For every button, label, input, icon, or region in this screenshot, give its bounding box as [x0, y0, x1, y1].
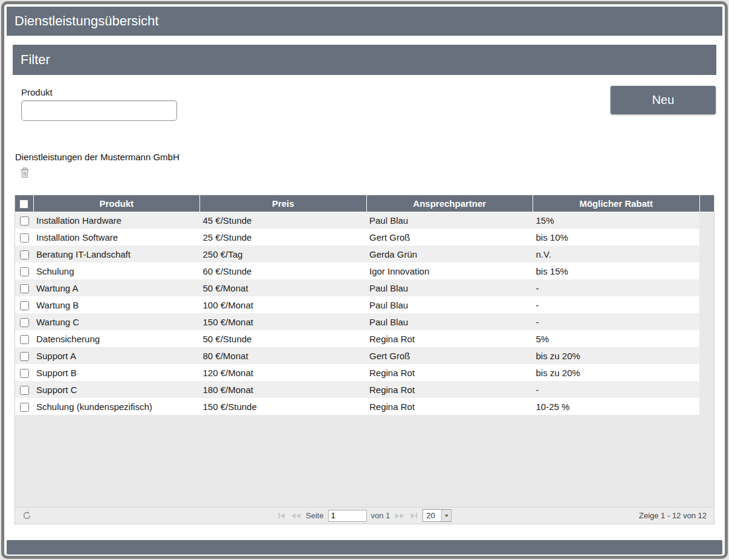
services-grid: Produkt Preis Ansprechpartner Möglicher …: [15, 195, 714, 524]
ansprechpartner-cell: Gert Groß: [366, 229, 533, 246]
rabatt-cell: bis zu 20%: [533, 347, 700, 364]
page-title: Dienstleistungsübersicht: [7, 7, 722, 36]
row-filler: [699, 229, 714, 246]
first-page-icon: [279, 513, 280, 518]
column-header-rabatt[interactable]: Möglicher Rabatt: [533, 195, 700, 212]
pager-controls: Seite von 1 20: [277, 507, 452, 524]
row-filler: [699, 398, 714, 415]
rabatt-cell: -: [533, 313, 700, 330]
previous-page-icon: [291, 513, 296, 518]
page-number-input[interactable]: [328, 510, 366, 522]
row-filler: [699, 279, 714, 296]
delete-button[interactable]: [19, 167, 31, 178]
row-checkbox-cell: [15, 262, 33, 279]
table-row: Installation Hardware45 €/StundePaul Bla…: [15, 212, 714, 229]
row-filler: [699, 262, 714, 279]
refresh-button[interactable]: [21, 511, 32, 521]
row-filler: [699, 296, 714, 313]
ansprechpartner-cell: Gert Groß: [366, 347, 533, 364]
row-filler: [699, 364, 714, 381]
produkt-cell: Support C: [33, 381, 200, 398]
ansprechpartner-cell: Paul Blau: [366, 212, 533, 229]
column-header-ansprechpartner[interactable]: Ansprechpartner: [366, 195, 533, 212]
preis-cell: 80 €/Monat: [200, 347, 367, 364]
rabatt-cell: -: [533, 296, 700, 313]
page-size-select[interactable]: 20: [423, 509, 452, 522]
total-pages-label: von 1: [371, 511, 390, 520]
table-row: Support B120 €/MonatRegina Rotbis zu 20%: [15, 364, 714, 381]
row-checkbox[interactable]: [20, 301, 29, 310]
produkt-cell: Wartung C: [33, 313, 200, 330]
preis-cell: 250 €/Tag: [200, 246, 367, 262]
grid-empty-area: [15, 415, 714, 507]
produkt-cell: Wartung B: [33, 296, 200, 313]
produkt-cell: Schulung (kundenspezifisch): [33, 398, 200, 415]
chevron-down-icon: [441, 510, 451, 521]
table-row: Schulung (kundenspezifisch)150 €/StundeR…: [15, 398, 714, 415]
ansprechpartner-cell: Gerda Grün: [366, 246, 533, 262]
produkt-cell: Beratung IT-Landschaft: [33, 246, 200, 262]
row-checkbox[interactable]: [20, 403, 29, 412]
preis-cell: 120 €/Monat: [200, 364, 367, 381]
row-filler: [699, 330, 714, 347]
neu-button[interactable]: Neu: [611, 86, 716, 114]
last-page-button[interactable]: [410, 512, 418, 519]
produkt-input[interactable]: [21, 100, 177, 121]
footer-bar: [7, 540, 722, 555]
rabatt-cell: n.V.: [533, 246, 700, 262]
row-checkbox[interactable]: [20, 233, 29, 243]
column-header-preis[interactable]: Preis: [200, 195, 367, 212]
table-body: Installation Hardware45 €/StundePaul Bla…: [15, 212, 714, 415]
filter-body: Produkt Neu: [13, 75, 716, 122]
preis-cell: 150 €/Monat: [200, 313, 367, 330]
ansprechpartner-cell: Regina Rot: [366, 381, 533, 398]
table-row: Schulung60 €/StundeIgor Innovationbis 15…: [15, 262, 714, 279]
preis-cell: 50 €/Stunde: [200, 330, 367, 347]
produkt-cell: Schulung: [33, 262, 200, 279]
filter-section-header: Filter: [13, 45, 716, 75]
row-checkbox[interactable]: [20, 352, 29, 361]
produkt-cell: Wartung A: [33, 279, 200, 296]
ansprechpartner-cell: Regina Rot: [366, 398, 533, 415]
pager: Seite von 1 20: [15, 507, 714, 524]
preis-cell: 25 €/Stunde: [200, 229, 367, 246]
row-checkbox-cell: [15, 246, 33, 262]
next-page-icon: [395, 513, 400, 518]
produkt-cell: Installation Hardware: [33, 212, 200, 229]
next-page-button[interactable]: [394, 512, 406, 519]
row-checkbox-cell: [15, 296, 33, 313]
table-row: Support A80 €/MonatGert Großbis zu 20%: [15, 347, 714, 364]
previous-page-button[interactable]: [290, 512, 302, 519]
rabatt-cell: 10-25 %: [533, 398, 700, 415]
preis-cell: 150 €/Stunde: [200, 398, 367, 415]
row-checkbox[interactable]: [20, 369, 29, 378]
row-checkbox-cell: [15, 229, 33, 246]
table-row: Wartung A50 €/MonatPaul Blau-: [15, 279, 714, 296]
column-header-produkt[interactable]: Produkt: [33, 195, 200, 212]
table-row: Beratung IT-Landschaft250 €/TagGerda Grü…: [15, 246, 714, 262]
row-checkbox[interactable]: [20, 217, 29, 226]
rabatt-cell: -: [533, 279, 700, 296]
row-checkbox[interactable]: [20, 318, 29, 327]
select-all-cell: [15, 195, 33, 212]
row-checkbox-cell: [15, 313, 33, 330]
row-checkbox[interactable]: [20, 267, 29, 276]
table-row: Datensicherung50 €/StundeRegina Rot5%: [15, 330, 714, 347]
produkt-cell: Support B: [33, 364, 200, 381]
preis-cell: 60 €/Stunde: [200, 262, 367, 279]
ansprechpartner-cell: Paul Blau: [366, 296, 533, 313]
row-filler: [699, 313, 714, 330]
row-checkbox[interactable]: [20, 386, 29, 395]
table-row: Installation Software25 €/StundeGert Gro…: [15, 229, 714, 246]
row-checkbox[interactable]: [20, 284, 29, 293]
produkt-cell: Support A: [33, 347, 200, 364]
ansprechpartner-cell: Regina Rot: [366, 330, 533, 347]
select-all-checkbox[interactable]: [19, 200, 28, 209]
row-checkbox[interactable]: [20, 250, 29, 259]
pager-status: Zeige 1 - 12 von 12: [639, 511, 707, 520]
first-page-button[interactable]: [277, 512, 286, 519]
row-filler: [699, 246, 714, 262]
refresh-icon: [22, 513, 31, 522]
row-checkbox[interactable]: [20, 335, 29, 344]
preis-cell: 100 €/Monat: [200, 296, 367, 313]
